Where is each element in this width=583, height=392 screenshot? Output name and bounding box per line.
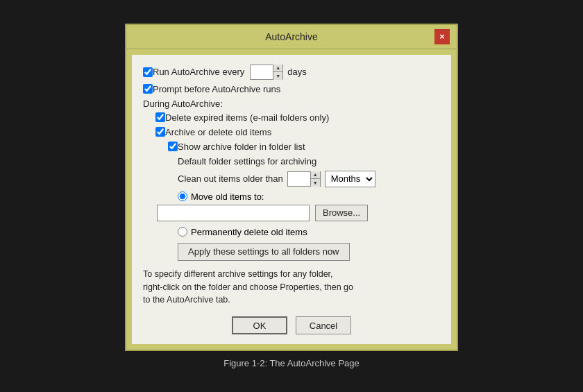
apply-button-wrap: Apply these settings to all folders now — [178, 243, 440, 261]
delete-expired-checkbox[interactable] — [155, 112, 165, 122]
prompt-checkbox[interactable] — [143, 84, 153, 94]
dialog-title: AutoArchive — [149, 31, 434, 42]
ok-button[interactable]: OK — [232, 316, 287, 334]
clean-value-input-wrap[interactable]: 6 ▲ ▼ — [287, 171, 321, 187]
run-every-spin[interactable]: ▲ ▼ — [273, 65, 282, 80]
clean-out-label: Clean out items older than — [178, 173, 283, 184]
move-label: Move old items to: — [191, 191, 264, 202]
move-old-items-row: Move old items to: — [178, 191, 440, 202]
delete-expired-row: Delete expired items (e-mail folders onl… — [155, 112, 440, 123]
clean-value-down[interactable]: ▼ — [310, 179, 320, 187]
outer-wrapper: AutoArchive × Run AutoArchive every 14 ▲… — [125, 24, 458, 368]
perm-delete-row: Permanently delete old items — [178, 227, 440, 237]
apply-button[interactable]: Apply these settings to all folders now — [178, 243, 350, 261]
show-archive-row: Show archive folder in folder list — [168, 142, 440, 152]
archive-delete-label: Archive or delete old items — [165, 127, 271, 137]
perm-delete-radio[interactable] — [178, 227, 187, 237]
clean-value-spin[interactable]: ▲ ▼ — [310, 171, 320, 187]
clean-value-input[interactable]: 6 — [288, 172, 310, 186]
run-every-up[interactable]: ▲ — [273, 65, 282, 72]
title-bar: AutoArchive × — [126, 25, 457, 49]
info-text: To specify different archive settings fo… — [143, 268, 440, 307]
run-every-input[interactable]: 14 — [251, 65, 273, 79]
months-select[interactable]: Days Weeks Months Years — [325, 171, 375, 187]
archive-delete-row: Archive or delete old items — [155, 127, 440, 137]
default-folder-label: Default folder settings for archiving — [178, 156, 440, 167]
days-label: days — [287, 67, 306, 77]
dialog-container: AutoArchive × Run AutoArchive every 14 ▲… — [125, 24, 458, 351]
dialog-body: Run AutoArchive every 14 ▲ ▼ days Prompt… — [132, 55, 451, 344]
perm-delete-label: Permanently delete old items — [191, 227, 307, 237]
archive-delete-checkbox[interactable] — [155, 127, 165, 137]
close-button[interactable]: × — [434, 29, 450, 44]
run-autoarchive-label: Run AutoArchive every — [153, 67, 244, 77]
run-every-down[interactable]: ▼ — [273, 72, 282, 80]
prompt-row: Prompt before AutoArchive runs — [143, 84, 440, 94]
show-archive-checkbox[interactable] — [168, 142, 178, 151]
clean-value-up[interactable]: ▲ — [310, 171, 320, 179]
move-radio[interactable] — [178, 191, 187, 201]
figure-caption: Figure 1-2: The AutoArchive Page — [223, 358, 360, 368]
clean-out-row: Clean out items older than 6 ▲ ▼ Days We… — [178, 171, 440, 187]
path-row: C:\Users\Richard Lovell\Documents\O Brow… — [157, 205, 440, 221]
during-label: During AutoArchive: — [143, 99, 440, 109]
footer-buttons: OK Cancel — [143, 316, 440, 334]
run-every-input-wrap[interactable]: 14 ▲ ▼ — [250, 65, 283, 80]
delete-expired-label: Delete expired items (e-mail folders onl… — [165, 112, 329, 123]
browse-button[interactable]: Browse... — [315, 205, 368, 221]
show-archive-label: Show archive folder in folder list — [178, 142, 305, 152]
run-autoarchive-row: Run AutoArchive every 14 ▲ ▼ days — [143, 65, 440, 80]
prompt-label: Prompt before AutoArchive runs — [153, 84, 280, 94]
path-input[interactable]: C:\Users\Richard Lovell\Documents\O — [157, 205, 310, 221]
run-autoarchive-checkbox[interactable] — [143, 67, 153, 77]
cancel-button[interactable]: Cancel — [296, 316, 351, 334]
